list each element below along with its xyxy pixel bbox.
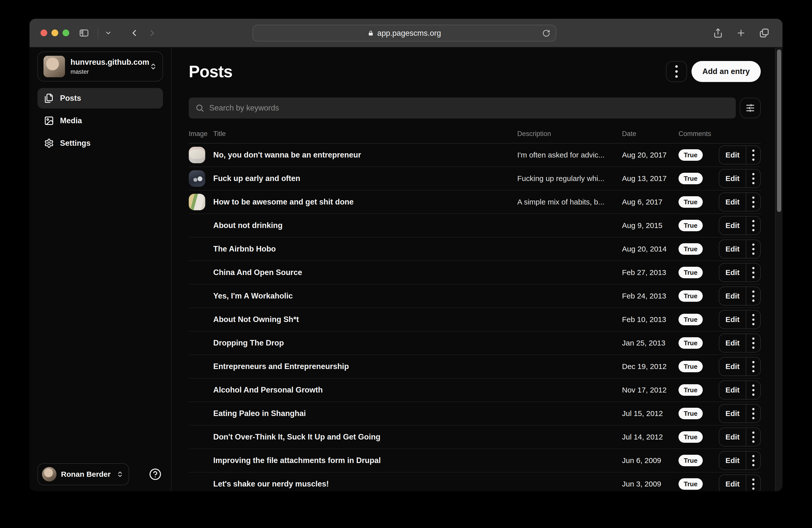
repo-selector[interactable]: hunvreus.github.com master: [38, 52, 163, 82]
row-menu-button[interactable]: [746, 287, 760, 305]
sidebar-item-settings[interactable]: Settings: [38, 133, 163, 153]
comments-badge: True: [679, 361, 703, 372]
row-menu-button[interactable]: [746, 193, 760, 211]
table-row: About not drinking Aug 9, 2015 True Edit: [189, 214, 761, 237]
comments-badge: True: [679, 149, 703, 161]
table-row: Entrepreneurs and Entrepreneurship Dec 1…: [189, 355, 761, 379]
account-menu-button[interactable]: Ronan Berder: [38, 463, 129, 485]
table-row: Fuck up early and often Fucking up regul…: [189, 167, 761, 191]
edit-button[interactable]: Edit: [719, 146, 746, 164]
row-menu-button[interactable]: [746, 264, 760, 281]
post-title-link[interactable]: The Airbnb Hobo: [213, 245, 517, 253]
edit-button[interactable]: Edit: [719, 381, 746, 399]
kebab-icon: [752, 479, 754, 490]
reload-icon[interactable]: [542, 29, 550, 37]
edit-button[interactable]: Edit: [719, 193, 746, 211]
help-icon[interactable]: [149, 468, 161, 481]
post-title-link[interactable]: Alcohol And Personal Growth: [213, 385, 517, 395]
post-title-link[interactable]: Don't Over-Think It, Suck It Up and Get …: [213, 432, 517, 441]
edit-button[interactable]: Edit: [719, 357, 746, 376]
post-title-link[interactable]: About not drinking: [213, 221, 517, 230]
image-icon: [44, 116, 54, 126]
edit-button[interactable]: Edit: [719, 310, 746, 328]
row-menu-button[interactable]: [746, 240, 760, 258]
collection-menu-button[interactable]: [666, 61, 687, 82]
post-date: Feb 27, 2013: [622, 268, 679, 277]
post-thumbnail: [189, 170, 205, 187]
edit-button[interactable]: Edit: [719, 452, 746, 469]
row-menu-button[interactable]: [746, 170, 760, 188]
share-icon[interactable]: [713, 28, 723, 38]
post-title-link[interactable]: Eating Paleo in Shanghai: [213, 409, 517, 418]
edit-button[interactable]: Edit: [719, 334, 746, 352]
post-title-link[interactable]: Entrepreneurs and Entrepreneurship: [213, 362, 517, 371]
edit-button[interactable]: Edit: [719, 475, 746, 491]
row-menu-button[interactable]: [746, 357, 760, 376]
row-menu-button[interactable]: [746, 452, 760, 469]
comments-badge: True: [679, 173, 703, 184]
edit-button[interactable]: Edit: [719, 287, 746, 305]
post-title-link[interactable]: Let's shake our nerdy muscles!: [213, 480, 517, 488]
zoom-window-button[interactable]: [62, 29, 69, 36]
edit-button[interactable]: Edit: [719, 264, 746, 281]
new-tab-icon[interactable]: [736, 28, 746, 38]
table-row: Dropping The Drop Jan 25, 2013 True Edit: [189, 332, 761, 355]
row-actions: Edit: [719, 334, 761, 352]
edit-button[interactable]: Edit: [719, 405, 746, 423]
search-icon: [195, 103, 204, 113]
sidebar-toggle-icon[interactable]: [79, 28, 89, 38]
column-header-date: Date: [622, 130, 679, 138]
row-menu-button[interactable]: [746, 428, 760, 446]
search-input[interactable]: [209, 103, 729, 113]
comments-badge: True: [679, 455, 703, 466]
post-thumbnail: [189, 194, 205, 210]
sidebar-item-media[interactable]: Media: [38, 111, 163, 131]
back-icon[interactable]: [129, 28, 139, 38]
sidebar-item-posts[interactable]: Posts: [38, 88, 163, 108]
row-menu-button[interactable]: [746, 405, 760, 423]
row-menu-button[interactable]: [746, 146, 760, 164]
edit-button[interactable]: Edit: [719, 240, 746, 258]
post-title-link[interactable]: China And Open Source: [213, 268, 517, 277]
post-thumbnail: [189, 147, 205, 163]
post-title-link[interactable]: Yes, I'm A Workaholic: [213, 292, 517, 300]
post-title-link[interactable]: How to be awesome and get shit done: [213, 197, 517, 206]
row-menu-button[interactable]: [746, 475, 760, 491]
minimize-window-button[interactable]: [52, 29, 58, 36]
address-bar[interactable]: app.pagescms.org: [252, 25, 556, 42]
kebab-icon: [752, 267, 754, 278]
post-title-link[interactable]: Dropping The Drop: [213, 338, 517, 348]
add-entry-button[interactable]: Add an entry: [692, 61, 761, 82]
table-row: Alcohol And Personal Growth Nov 17, 2012…: [189, 379, 761, 402]
tab-overview-icon[interactable]: [759, 28, 769, 38]
sliders-icon: [745, 103, 755, 113]
post-date: Feb 10, 2013: [622, 315, 679, 324]
comments-badge: True: [679, 408, 703, 419]
kebab-icon: [752, 196, 754, 208]
row-menu-button[interactable]: [746, 334, 760, 352]
forward-icon[interactable]: [147, 28, 157, 38]
scrollbar-thumb[interactable]: [777, 49, 781, 212]
column-header-comments: Comments: [679, 130, 719, 138]
kebab-icon: [752, 220, 754, 231]
row-actions: Edit: [719, 287, 761, 306]
edit-button[interactable]: Edit: [719, 217, 746, 235]
kebab-icon: [752, 314, 754, 325]
close-window-button[interactable]: [41, 29, 47, 36]
post-title-link[interactable]: Fuck up early and often: [213, 174, 517, 183]
edit-button[interactable]: Edit: [719, 170, 746, 188]
post-title-link[interactable]: No, you don't wanna be an entrepreneur: [213, 150, 517, 160]
edit-button[interactable]: Edit: [719, 428, 746, 446]
post-date: Feb 24, 2013: [622, 292, 679, 300]
post-title-link[interactable]: About Not Owning Sh*t: [213, 315, 517, 324]
chevron-down-icon[interactable]: [105, 29, 112, 36]
post-description: I'm often asked for advic...: [517, 151, 622, 159]
filter-button[interactable]: [740, 98, 761, 118]
post-title-link[interactable]: Improving the file attachments form in D…: [213, 456, 517, 465]
post-date: Jul 14, 2012: [622, 433, 679, 441]
row-actions: Edit: [719, 474, 761, 491]
kebab-icon: [752, 173, 754, 184]
row-menu-button[interactable]: [746, 217, 760, 235]
row-menu-button[interactable]: [746, 310, 760, 328]
row-menu-button[interactable]: [746, 381, 760, 399]
